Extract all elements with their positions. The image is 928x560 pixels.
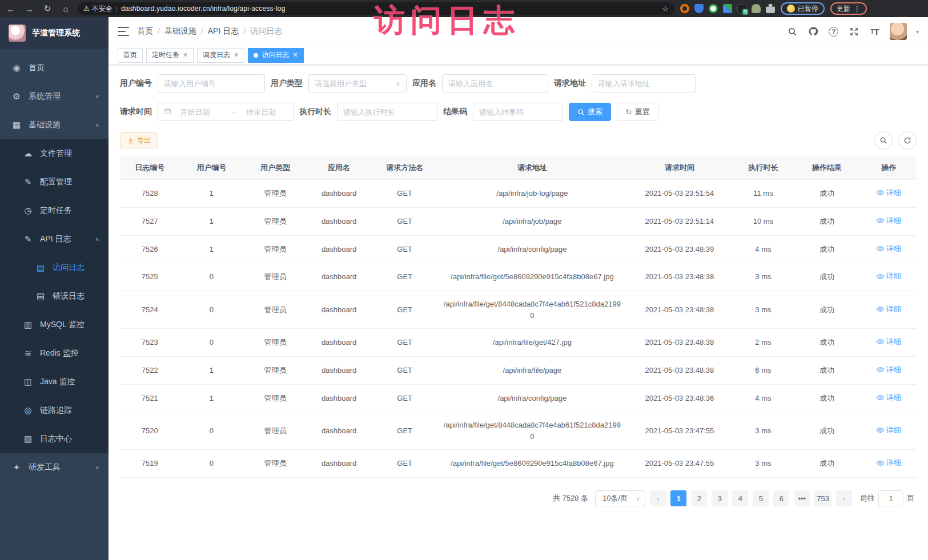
fullscreen-icon[interactable] [849,26,860,37]
duration-input[interactable] [337,103,437,121]
extension-ring-icon[interactable] [680,4,689,13]
tab-首页[interactable]: 首页 [118,48,143,63]
tab-访问日志[interactable]: 访问日志✕ [248,48,303,63]
close-icon[interactable]: ✕ [183,51,188,59]
sidebar-item[interactable]: ⚙系统管理∨ [0,82,109,111]
profile-paused-chip[interactable]: 已暂停 [781,2,825,15]
address-bar[interactable]: ⚠ 不安全 | dashboard.yudao.iocoder.cn/infra… [78,2,674,15]
export-button[interactable]: 导出 [120,132,158,148]
sidebar-item[interactable]: ◷定时任务 [0,196,109,225]
goto-page-input[interactable] [878,490,903,506]
update-button[interactable]: 更新 ⋮ [830,2,867,15]
request-time-range-picker[interactable]: - [158,103,294,121]
breadcrumb-item[interactable]: 基础设施 [164,26,196,37]
app-name-input[interactable] [442,74,548,92]
breadcrumb-item[interactable]: API 日志 [208,26,239,37]
sidebar-item[interactable]: ▤错误日志 [0,282,109,311]
sidebar-item[interactable]: ▦基础设施∧ [0,111,109,139]
request-url-input[interactable] [592,74,696,92]
reset-button[interactable]: ↻ 重置 [617,103,658,121]
edit-icon: ✎ [23,177,33,187]
font-size-icon[interactable]: TT [869,26,881,37]
sidebar-item[interactable]: ▧日志中心 [0,425,109,453]
search-button[interactable]: 搜索 [569,103,611,121]
page-size-select[interactable]: 10条/页 ∨ [595,490,645,506]
search-icon[interactable] [787,26,798,37]
sidebar-item[interactable]: ▥MySQL 监控 [0,311,109,339]
close-icon[interactable]: ✕ [292,51,298,59]
extension-green-icon[interactable] [709,4,718,13]
browser-home-icon[interactable]: ⌂ [59,4,72,14]
user-id-input[interactable] [158,74,265,92]
security-warning[interactable]: ⚠ 不安全 [83,4,113,14]
tab-调度日志[interactable]: 调度日志✕ [197,48,244,63]
column-header: 用户类型 [243,156,307,180]
cell-result: 成功 [793,412,861,450]
sidebar-item[interactable]: ☁文件管理 [0,139,109,168]
detail-link[interactable]: 详细 [877,336,901,348]
more-pages-button[interactable]: ••• [794,490,810,506]
sidebar-item[interactable]: ▤访问日志 [0,253,109,282]
cell-method: GET [371,329,439,357]
browser-reload-icon[interactable]: ↻ [41,3,54,14]
calendar-icon [164,107,171,116]
sidebar-item[interactable]: ✦研发工具∨ [0,453,109,482]
detail-link[interactable]: 详细 [877,457,901,469]
toggle-search-button[interactable] [874,131,893,150]
browser-menu-kebab-icon[interactable]: ⋮ [853,5,861,13]
detail-link[interactable]: 详细 [877,215,901,227]
sidebar-item[interactable]: ≋Redis 监控 [0,339,109,368]
extension-person-icon[interactable] [752,4,761,13]
cell-app: dashboard [307,356,371,384]
sidebar-item[interactable]: ✎配置管理 [0,168,109,196]
divider: | [116,5,118,13]
close-icon[interactable]: ✕ [234,51,239,59]
sidebar-item-label: 基础设施 [29,120,88,130]
extension-dark-icon[interactable]: 萌 [737,4,746,13]
page-button-5[interactable]: 5 [753,490,769,506]
sidebar-item[interactable]: ◎链路追踪 [0,396,109,425]
cell-user_id: 0 [180,450,244,478]
browser-forward-icon[interactable]: → [23,4,35,14]
page-button-2[interactable]: 2 [691,490,707,506]
detail-link[interactable]: 详细 [877,364,901,376]
breadcrumb-item[interactable]: 首页 [137,26,153,37]
user-avatar[interactable] [890,23,907,40]
extensions-puzzle-icon[interactable] [766,4,775,13]
sidebar-collapse-icon[interactable] [118,27,129,36]
refresh-table-button[interactable] [898,131,917,150]
cell-user_type: 管理员 [243,412,307,450]
page-button-753[interactable]: 753 [814,490,831,506]
tab-定时任务[interactable]: 定时任务✕ [146,48,194,63]
chevron-down-icon: ∨ [95,465,99,470]
page-button-6[interactable]: 6 [773,490,789,506]
bookmark-star-icon[interactable]: ☆ [662,5,669,13]
cell-method: GET [371,263,439,291]
page-button-3[interactable]: 3 [712,490,728,506]
extension-shield-icon[interactable] [694,4,704,13]
sidebar-item[interactable]: ◫Java 监控 [0,368,109,396]
avatar-caret-icon[interactable]: ▾ [916,29,919,35]
detail-link[interactable]: 详细 [877,187,901,199]
detail-link[interactable]: 详细 [877,271,901,282]
cell-user_id: 1 [180,384,244,412]
prev-page-button[interactable]: ‹ [650,490,666,506]
page-button-4[interactable]: 4 [732,490,748,506]
extension-grid-icon[interactable] [723,4,732,13]
github-icon[interactable] [808,26,819,37]
access-log-table: 日志编号用户编号用户类型应用名请求方法名请求地址请求时间执行时长操作结果操作 7… [120,156,917,478]
page-button-1[interactable]: 1 [670,490,686,506]
detail-link[interactable]: 详细 [877,392,901,404]
user-type-select[interactable]: ∨ [308,74,407,92]
app-logo[interactable]: 芋道管理系统 [0,17,109,49]
result-code-input[interactable] [473,103,563,121]
sidebar-item[interactable]: ✎API 日志∧ [0,225,109,253]
cell-url: /api/infra/job-log/page [439,180,626,208]
browser-back-icon[interactable]: ← [5,4,17,14]
help-icon[interactable]: ? [828,26,839,37]
detail-link[interactable]: 详细 [877,304,901,315]
sidebar-item[interactable]: ◉首页 [0,54,109,82]
detail-link[interactable]: 详细 [877,425,901,436]
detail-link[interactable]: 详细 [877,243,901,255]
next-page-button[interactable]: › [836,490,852,506]
